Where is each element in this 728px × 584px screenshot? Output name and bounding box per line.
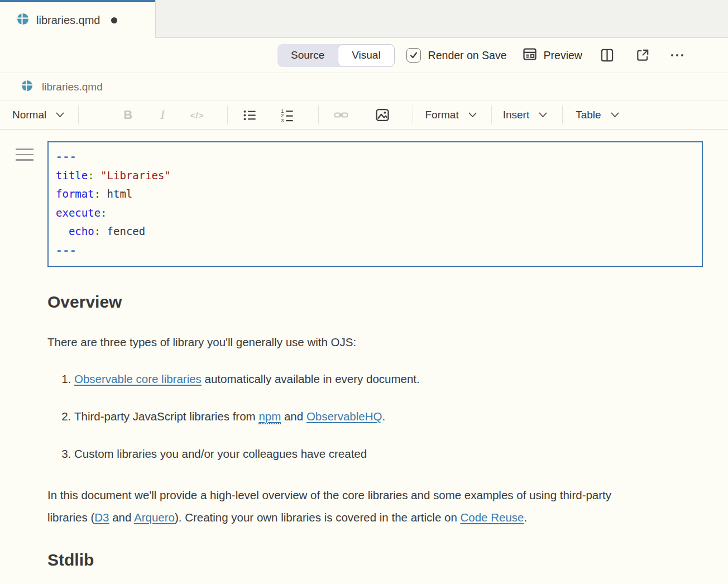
yaml-front-matter-container: ---title: "Libraries"format: htmlexecute… [47,141,728,267]
split-editor-button[interactable] [600,47,615,63]
paragraph-style-value: Normal [12,109,46,121]
text-run: automatically available in every documen… [202,372,420,385]
image-button[interactable] [375,107,390,123]
link-button[interactable] [333,107,349,123]
insert-menu-label: Insert [503,109,530,121]
inline-link[interactable]: npm [258,410,281,424]
breadcrumb: libraries.qmd [0,73,728,101]
source-toggle-button[interactable]: Source [277,44,338,67]
visual-toggle-button[interactable]: Visual [338,44,394,67]
preview-icon [522,46,538,64]
tab-title: libraries.qmd [36,14,100,27]
text-run: and [109,511,134,524]
editor-toolbar: Source Visual Render on Save Preview [0,38,728,73]
format-menu[interactable]: Format [425,109,476,121]
section-heading-stdlib: Stdlib [47,550,728,570]
more-options-icon [669,48,686,63]
text-run: and [281,410,306,423]
source-visual-toggle: Source Visual [277,44,395,67]
ordered-list-icon: 1 2 3 [280,108,295,123]
list-item: Observable core libraries automatically … [74,371,728,387]
list-item: Custom libraries you and/or your colleag… [74,446,728,462]
toolbar-divider [318,106,319,125]
inline-link[interactable]: Observable core libraries [74,372,202,385]
inline-link[interactable]: D3 [94,511,109,524]
format-toolbar: Normal B I </> 1 2 3 [0,101,728,130]
more-options-button[interactable] [669,48,686,63]
section-heading-overview: Overview [47,292,728,312]
yaml-code-line: --- [56,241,696,260]
insert-menu[interactable]: Insert [503,109,548,121]
text-run: . [524,511,527,524]
open-in-new-window-button[interactable] [635,48,650,63]
inline-link[interactable]: Code Reuse [461,511,524,524]
chevron-down-icon [611,112,619,118]
toolbar-divider [227,106,228,125]
text-run: Third-party JavaScript libraries from [74,410,258,423]
split-editor-icon [600,47,615,63]
text-run: . [382,410,385,423]
svg-text:3: 3 [281,117,284,122]
italic-button[interactable]: I [160,108,165,122]
chevron-down-icon [468,112,477,118]
chevron-down-icon [56,112,64,118]
preview-label: Preview [544,49,582,62]
intro-paragraph: There are three types of library you'll … [47,336,728,349]
yaml-code-line: title: "Libraries" [56,166,696,185]
toolbar-divider [491,106,492,125]
text-run: ). Creating your own libraries is covere… [175,511,461,524]
modified-indicator-dot [111,17,117,23]
tab-libraries-qmd[interactable]: libraries.qmd [0,0,155,38]
open-external-icon [635,48,650,63]
yaml-code-line: echo: fenced [56,222,696,241]
render-on-save-label: Render on Save [428,49,507,62]
quarto-icon [21,80,33,94]
toolbar-divider [78,106,79,125]
text-run: Custom libraries you and/or your colleag… [74,447,367,460]
preview-button[interactable]: Preview [522,46,582,64]
image-icon [375,107,390,123]
render-on-save-control[interactable]: Render on Save [406,48,507,63]
chevron-down-icon [539,112,547,118]
link-icon [333,107,349,123]
inline-link[interactable]: ObservableHQ [306,410,382,423]
checkmark-icon [409,51,418,60]
code-button[interactable]: </> [190,111,204,120]
yaml-front-matter-block[interactable]: ---title: "Libraries"format: htmlexecute… [47,141,703,267]
library-types-list: Observable core libraries automatically … [47,371,728,462]
toolbar-divider [413,106,413,125]
table-menu-label: Table [576,109,601,121]
bullet-list-button[interactable] [242,108,257,123]
render-on-save-checkbox[interactable] [406,48,421,63]
breadcrumb-file-name[interactable]: libraries.qmd [42,81,103,93]
format-menu-label: Format [425,109,458,121]
block-drag-handle[interactable] [16,149,33,165]
yaml-code-line: execute: [56,204,696,223]
yaml-code-line: format: html [56,185,696,204]
bold-button[interactable]: B [123,108,132,122]
toolbar-divider [562,106,563,125]
tab-bar-empty-area [155,0,728,38]
paragraph-style-dropdown[interactable]: Normal [12,109,64,121]
inline-link[interactable]: Arquero [134,511,175,524]
table-menu[interactable]: Table [576,109,619,121]
yaml-code-line: --- [56,147,696,166]
tab-bar: libraries.qmd [0,0,728,38]
visual-editor-canvas[interactable]: ---title: "Libraries"format: htmlexecute… [0,130,728,584]
ordered-list-button[interactable]: 1 2 3 [280,108,295,123]
list-item: Third-party JavaScript libraries from np… [74,409,728,424]
bullet-list-icon [242,108,257,123]
quarto-icon [17,13,29,27]
body-paragraph: In this document we'll provide a high-le… [47,484,639,529]
